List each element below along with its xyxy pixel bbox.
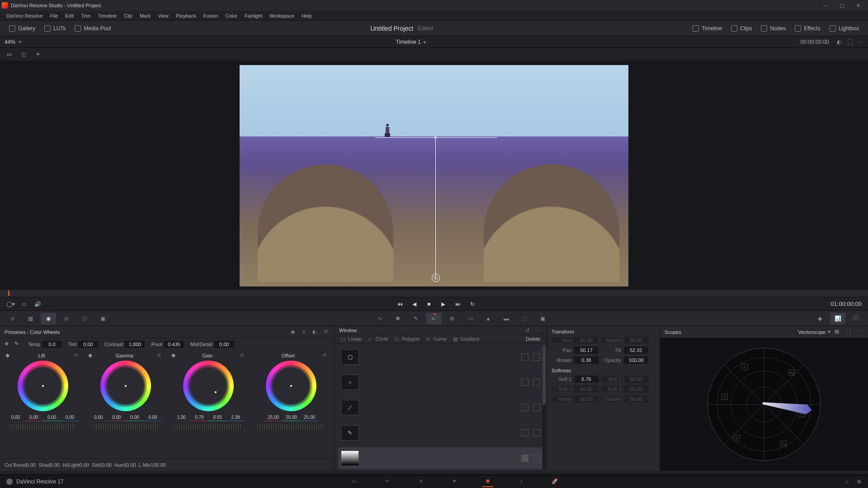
blur-icon[interactable]: ▲: [481, 313, 496, 324]
deliver-page-button[interactable]: 🚀: [549, 476, 560, 487]
window-mask-toggle[interactable]: [521, 353, 528, 361]
info-icon[interactable]: ⓘ: [848, 313, 863, 324]
prev-clip-button[interactable]: ⏮: [396, 300, 404, 308]
window-mask-toggle[interactable]: [521, 379, 528, 386]
aspect-value[interactable]: 50.00: [624, 337, 648, 344]
gallery-button[interactable]: Gallery: [5, 23, 40, 33]
soft3-value[interactable]: 50.00: [574, 385, 599, 393]
pivot-value[interactable]: 0.435: [164, 341, 184, 348]
gamma-reset-icon[interactable]: ↺: [157, 352, 163, 359]
viewer-options-icon[interactable]: ⋯: [857, 39, 863, 45]
gain-wheel[interactable]: [183, 361, 234, 411]
curves-icon[interactable]: ∿: [372, 313, 387, 324]
window-item-linear[interactable]: ▢: [338, 346, 543, 368]
gain-picker-icon[interactable]: ✥: [171, 353, 175, 359]
soft4-value[interactable]: 50.00: [624, 385, 648, 393]
menu-clip[interactable]: Clip: [120, 11, 136, 21]
shad-value[interactable]: 0.00: [50, 462, 60, 468]
color-warper-icon[interactable]: ✱: [390, 313, 406, 324]
media-pool-button[interactable]: Media Pool: [70, 23, 115, 33]
scope-expand-icon[interactable]: ⛶: [845, 328, 853, 336]
scopes-icon[interactable]: 📊: [830, 313, 845, 324]
menu-fairlight[interactable]: Fairlight: [241, 11, 266, 21]
window-options-icon[interactable]: ⋯: [534, 326, 542, 334]
add-linear-button[interactable]: ▢Linear: [338, 335, 365, 343]
window-reset-icon[interactable]: ↺: [523, 326, 531, 334]
add-gradient-button[interactable]: ▧Gradient: [450, 335, 482, 343]
offset-g-value[interactable]: 25.00: [282, 415, 300, 421]
timeline-name-dropdown[interactable]: Timeline 1▼: [396, 39, 427, 45]
menu-davinci-resolve[interactable]: DaVinci Resolve: [3, 11, 47, 21]
window-mask-toggle[interactable]: [521, 429, 528, 436]
gamma-picker-icon[interactable]: ✥: [88, 353, 92, 359]
cut-page-button[interactable]: ✂: [382, 476, 393, 487]
colboost-value[interactable]: 0.00: [26, 462, 36, 468]
fairlight-page-button[interactable]: ♪: [516, 476, 527, 487]
render-cache-icon[interactable]: ◐: [835, 38, 843, 46]
unmix-icon[interactable]: ◇: [20, 300, 28, 308]
offset-r-value[interactable]: 25.00: [264, 415, 282, 421]
opacity-value[interactable]: 100.00: [624, 357, 648, 364]
gain-master-jog[interactable]: [175, 424, 242, 429]
next-clip-button[interactable]: ⏭: [454, 300, 462, 308]
highlight-icon[interactable]: ✦: [33, 50, 42, 58]
pick-white-icon[interactable]: ✎: [14, 341, 22, 348]
image-wipe-icon[interactable]: ▭: [5, 50, 14, 58]
menu-view[interactable]: View: [154, 11, 172, 21]
menu-file[interactable]: File: [47, 11, 62, 21]
effects-button[interactable]: Effects: [790, 23, 825, 33]
menu-color[interactable]: Color: [222, 11, 241, 21]
temp-value[interactable]: 0.0: [42, 341, 62, 348]
gain-y-value[interactable]: 1.00: [172, 415, 190, 421]
maximize-button[interactable]: ▢: [834, 0, 850, 11]
menu-fusion[interactable]: Fusion: [200, 11, 222, 21]
offset-master-jog[interactable]: [257, 424, 325, 429]
scrollbar-thumb[interactable]: [542, 345, 546, 405]
offset-reset-icon[interactable]: ↺: [322, 352, 329, 359]
gain-g-value[interactable]: 0.93: [208, 415, 226, 421]
menu-timeline[interactable]: Timeline: [94, 11, 120, 21]
menu-edit[interactable]: Edit: [61, 11, 77, 21]
offset-wheel[interactable]: [266, 361, 316, 411]
timeline-button[interactable]: Timeline: [688, 23, 726, 33]
pan-value[interactable]: 50.17: [574, 347, 599, 354]
window-invert-toggle[interactable]: [533, 379, 540, 386]
gamma-b-value[interactable]: 0.00: [144, 415, 162, 421]
close-button[interactable]: ✕: [850, 0, 866, 11]
sat-value[interactable]: 50.00: [99, 462, 112, 468]
split-screen-icon[interactable]: ◫: [19, 50, 28, 58]
gradient-window-handle[interactable]: ↻: [432, 274, 440, 282]
lift-y-value[interactable]: 0.00: [7, 415, 25, 421]
magic-mask-icon[interactable]: ▭: [462, 313, 478, 324]
add-curve-button[interactable]: ∿Curve: [423, 335, 449, 343]
viewer-timecode[interactable]: 00:00:00:00: [801, 39, 829, 45]
rgb-mixer-icon[interactable]: ⬡: [77, 313, 92, 324]
scope-layout-icon[interactable]: ▦: [835, 328, 842, 336]
stop-button[interactable]: ■: [425, 300, 433, 308]
window-list-scrollbar[interactable]: [542, 345, 546, 470]
gamma-y-value[interactable]: 0.00: [90, 415, 108, 421]
luts-button[interactable]: LUTs: [40, 23, 70, 33]
lightbox-button[interactable]: Lightbox: [825, 23, 863, 33]
lift-b-value[interactable]: 0.00: [61, 415, 79, 421]
lift-master-jog[interactable]: [9, 424, 77, 429]
gain-b-value[interactable]: 2.38: [226, 415, 245, 421]
keyframe-icon[interactable]: ◆: [812, 313, 827, 324]
soft1-value[interactable]: 6.76: [574, 375, 599, 383]
scope-mode-dropdown[interactable]: Vectorscope▼: [798, 329, 831, 335]
color-match-icon[interactable]: ▦: [23, 313, 38, 324]
window-invert-toggle[interactable]: [533, 455, 540, 462]
motion-effects-icon[interactable]: ▣: [95, 313, 110, 324]
expand-viewer-icon[interactable]: ⛶: [846, 38, 854, 46]
auto-balance-icon[interactable]: ⊕: [5, 341, 12, 348]
loop-button[interactable]: ↻: [468, 300, 476, 308]
hdr-wheels-icon[interactable]: ◎: [59, 313, 74, 324]
menu-trim[interactable]: Trim: [77, 11, 94, 21]
key-icon[interactable]: ▬: [499, 313, 514, 324]
clips-button[interactable]: Clips: [726, 23, 757, 33]
size-value[interactable]: 50.00: [574, 337, 599, 344]
lift-picker-icon[interactable]: ✥: [5, 353, 9, 359]
rotate-value[interactable]: 0.38: [574, 357, 599, 364]
playhead[interactable]: [8, 291, 9, 296]
gradient-window-arrow[interactable]: [435, 137, 436, 277]
